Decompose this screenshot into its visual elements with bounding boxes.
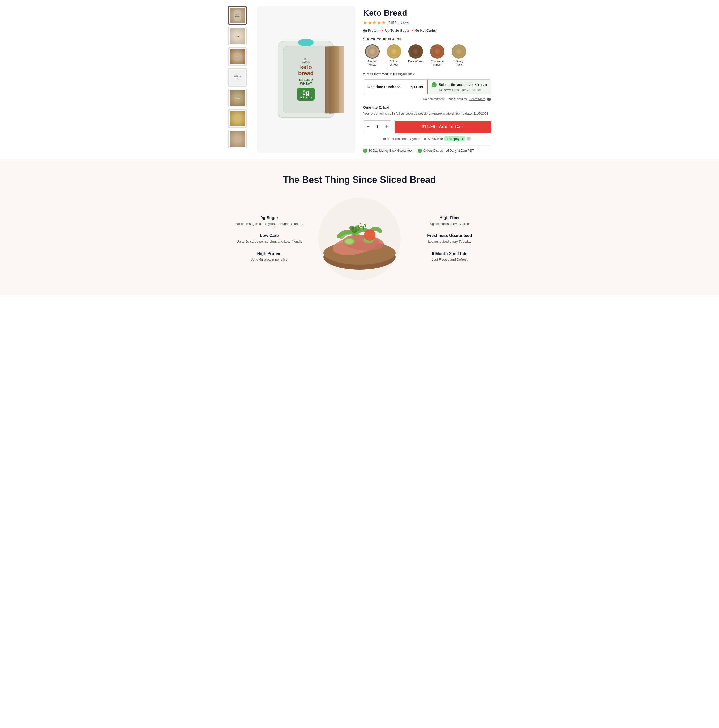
flavor-variety-circle[interactable] — [452, 44, 466, 59]
thumbnail-5[interactable]: group — [228, 89, 247, 107]
brand-name: kiss — [304, 58, 308, 61]
guarantee-check-icon-1: ✓ — [363, 148, 367, 153]
main-product-image: kiss myKeto ketobread SEEDEDWHEAT 0g net… — [257, 6, 355, 153]
badge-dot-2 — [412, 30, 413, 31]
benefit-zero-sugar-desc: No cane sugar, corn syrup, or sugar alco… — [231, 221, 308, 226]
benefit-low-carb: Low Carb Up to 5g carbs per serving, and… — [231, 233, 308, 244]
afterpay-badge: afterpay ◇ — [444, 136, 465, 141]
benefit-high-fiber-desc: 0g net carbs in every slice — [411, 221, 488, 226]
freq-original-price: $11.99 — [472, 88, 481, 92]
thumbnail-1[interactable]: ketobread — [228, 6, 247, 25]
bag-flavor-name: SEEDEDWHEAT — [299, 78, 313, 86]
flavor-section-label: 1. PICK YOUR FLAVOR — [363, 38, 491, 41]
benefit-high-protein-desc: Up to 6g protein per slice. — [231, 257, 308, 262]
flavor-dark-wheat[interactable]: Dark Wheat — [406, 44, 425, 66]
bag-top-tie — [298, 39, 314, 46]
freq-one-time[interactable]: One-time Purchase $11.99 — [363, 80, 427, 94]
rating-row: ★★★★★ 2155 reviews — [363, 20, 491, 26]
bag-carbs-badge: 0g net carbs — [297, 87, 315, 101]
guarantee-dispatch: ✓ Orders Dispatched Daily at 2pm PST — [418, 148, 474, 153]
qty-plus-button[interactable]: + — [382, 121, 391, 133]
thumbnail-6[interactable] — [228, 109, 247, 128]
no-commitment-text: No commitment. Cancel Anytime. Learn Mor… — [363, 97, 491, 101]
review-count: 2155 reviews — [388, 21, 410, 25]
benefit-freshness-desc: Loaves baked every Tuesday — [411, 239, 488, 244]
product-title: Keto Bread — [363, 8, 491, 18]
benefit-high-protein-title: High Protein — [231, 251, 308, 256]
flavor-seeded-label: SeededWheat — [368, 60, 377, 66]
freq-one-time-price: $11.99 — [411, 85, 423, 89]
benefits-right: High Fiber 0g net carbs in every slice F… — [411, 216, 488, 262]
benefits-layout: 0g Sugar No cane sugar, corn syrup, or s… — [231, 197, 488, 280]
learn-more-link[interactable]: Learn More — [469, 97, 485, 101]
product-info-panel: Keto Bread ★★★★★ 2155 reviews 6g Protein… — [363, 6, 491, 153]
badge-carbs: 0g Net Carbs — [415, 29, 436, 32]
svg-point-7 — [345, 239, 353, 244]
benefits-section: The Best Thing Since Sliced Bread 0g Sug… — [0, 159, 719, 295]
badge-protein: 6g Protein — [363, 29, 380, 32]
thumbnail-4[interactable]: nutritionfacts — [228, 68, 247, 87]
freq-subscribe-label: Subscribe and save — [439, 83, 473, 87]
flavor-seeded-circle[interactable] — [365, 44, 380, 59]
flavor-cinnamon-label: CinnamonRaisin — [431, 60, 444, 66]
svg-point-12 — [355, 225, 360, 231]
flavor-variety-pack[interactable]: VarietyPack — [450, 44, 468, 66]
frequency-section-label: 2. SELECT YOUR FREQUENCY — [363, 73, 491, 76]
svg-point-13 — [350, 226, 354, 230]
freq-subscribe-sub: You save: $1.20 ( 10 % ) $11.99 — [432, 88, 481, 92]
quantity-label: Quantity (1 loaf) — [363, 106, 491, 110]
qty-value: 1 — [372, 124, 382, 129]
flavor-dark-label: Dark Wheat — [408, 60, 423, 63]
benefit-freshness-title: Freshness Guaranteed — [411, 233, 488, 238]
product-badges: 6g Protein Up To 2g Sugar 0g Net Carbs — [363, 29, 491, 32]
flavor-cinnamon-raisin[interactable]: CinnamonRaisin — [428, 44, 447, 66]
benefit-freshness: Freshness Guaranteed Loaves baked every … — [411, 233, 488, 244]
freq-selected-icon: ✓ — [432, 82, 437, 87]
product-section: ketobread side 🍞 nutritionfacts group — [218, 0, 501, 159]
qty-minus-button[interactable]: − — [363, 121, 372, 133]
flavor-dark-circle[interactable] — [408, 44, 423, 59]
flavor-golden-circle[interactable] — [387, 44, 401, 59]
guarantee-check-icon-2: ✓ — [418, 148, 422, 153]
svg-point-10 — [365, 230, 374, 240]
add-to-cart-button[interactable]: $11.99 - Add To Cart — [394, 121, 491, 133]
guarantee-money-back-text: 30 Day Money Back Guarantee! — [368, 149, 412, 153]
guarantees-row: ✓ 30 Day Money Back Guarantee! ✓ Orders … — [363, 145, 491, 153]
bag-product-name: ketobread — [298, 64, 314, 76]
guarantee-money-back: ✓ 30 Day Money Back Guarantee! — [363, 148, 412, 153]
benefit-low-carb-desc: Up to 5g carbs per serving, and keto fri… — [231, 239, 308, 244]
benefit-high-protein: High Protein Up to 6g protein per slice. — [231, 251, 308, 262]
freq-subscribe-price: $10.79 — [475, 83, 487, 87]
flavor-golden-wheat[interactable]: GoldenWheat — [385, 44, 403, 66]
bread-bag-visual: kiss myKeto ketobread SEEDEDWHEAT 0g net… — [278, 41, 334, 118]
quantity-control: − 1 + — [363, 120, 391, 133]
flavor-golden-label: GoldenWheat — [389, 60, 398, 66]
thumbnail-list: ketobread side 🍞 nutritionfacts group — [228, 6, 249, 153]
flavor-cinnamon-circle[interactable] — [430, 44, 444, 59]
guarantee-dispatch-text: Orders Dispatched Daily at 2pm PST — [423, 149, 474, 153]
benefit-low-carb-title: Low Carb — [231, 233, 308, 238]
afterpay-info-icon: i — [467, 136, 471, 141]
benefit-zero-sugar: 0g Sugar No cane sugar, corn syrup, or s… — [231, 216, 308, 226]
benefit-high-fiber: High Fiber 0g net carbs in every slice — [411, 216, 488, 226]
freq-subscribe[interactable]: ✓ Subscribe and save $10.79 You save: $1… — [427, 80, 491, 94]
badge-sugar: Up To 2g Sugar — [385, 29, 410, 32]
benefit-zero-sugar-title: 0g Sugar — [231, 216, 308, 220]
benefit-shelf-life-desc: Just Freeze and Defrost — [411, 257, 488, 262]
badge-dot-1 — [382, 30, 383, 31]
freq-one-time-label: One-time Purchase — [368, 85, 400, 89]
frequency-picker: One-time Purchase $11.99 ✓ Subscribe and… — [363, 80, 491, 94]
benefit-shelf-life: 6 Month Shelf Life Just Freeze and Defro… — [411, 251, 488, 262]
afterpay-text: or 4 interest-free payments of $3.00 wit… — [383, 137, 443, 141]
shipping-note: Your order will ship in full as soon as … — [363, 111, 491, 116]
thumbnail-7[interactable] — [228, 130, 247, 148]
benefit-shelf-life-title: 6 Month Shelf Life — [411, 251, 488, 256]
food-image — [318, 197, 401, 280]
flavor-seeded-wheat[interactable]: SeededWheat — [363, 44, 382, 66]
benefits-left: 0g Sugar No cane sugar, corn syrup, or s… — [231, 216, 308, 262]
benefits-title: The Best Thing Since Sliced Bread — [10, 174, 709, 185]
cart-row: − 1 + $11.99 - Add To Cart — [363, 120, 491, 133]
benefit-high-fiber-title: High Fiber — [411, 216, 488, 220]
thumbnail-2[interactable]: side — [228, 27, 247, 45]
thumbnail-3[interactable]: 🍞 — [228, 47, 247, 66]
